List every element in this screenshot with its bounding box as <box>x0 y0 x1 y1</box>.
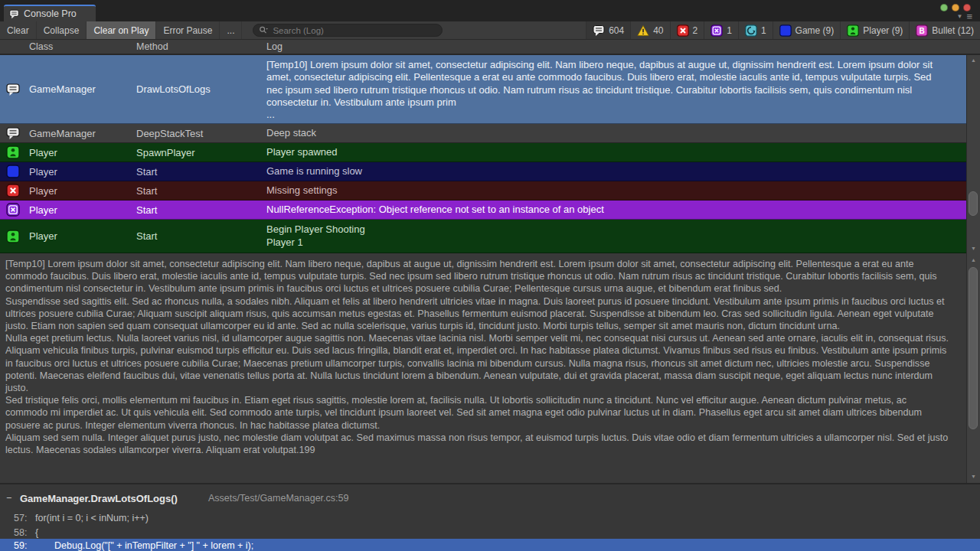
svg-text:B: B <box>920 26 925 34</box>
row-class: Player <box>29 162 136 181</box>
log-row[interactable]: Player Start Game is running slow <box>0 162 980 181</box>
row-method: SpawnPlayer <box>136 143 266 161</box>
row-class: Player <box>29 201 136 219</box>
filter-game-label: Game (9) <box>795 25 835 36</box>
log-bubble-icon <box>6 126 20 140</box>
exception-count: 1 <box>727 25 732 36</box>
row-log-ellipsis: ... <box>266 109 934 121</box>
row-class: Player <box>29 220 136 253</box>
code-line[interactable]: 58: { <box>0 526 980 540</box>
row-method: Start <box>136 220 266 253</box>
row-method: Start <box>136 162 266 181</box>
log-list-scrollbar[interactable]: ▲ ▼ <box>966 55 980 253</box>
row-class: Player <box>29 143 136 161</box>
search-input[interactable] <box>271 25 436 36</box>
filter-bullet-toggle[interactable]: B Bullet (12) <box>909 21 980 39</box>
scrollbar-thumb[interactable] <box>969 267 978 429</box>
more-options-button[interactable]: ... <box>220 21 242 39</box>
toolbar: Clear Collapse Clear on Play Error Pause… <box>0 21 980 40</box>
log-counters: 604 40 2 1 <box>586 21 980 39</box>
clear-button[interactable]: Clear <box>0 21 37 39</box>
column-log[interactable]: Log <box>266 41 283 52</box>
filter-player-label: Player (9) <box>863 25 903 36</box>
scroll-down-icon[interactable]: ▼ <box>967 471 980 481</box>
log-bubble-icon <box>6 83 20 96</box>
tab-console-pro[interactable]: Console Pro <box>4 5 96 21</box>
tab-dropdown-icon[interactable]: ▼ <box>956 13 962 21</box>
filter-bullet-label: Bullet (12) <box>932 25 974 36</box>
log-row[interactable]: Player Start Begin Player Shooting Playe… <box>0 220 980 253</box>
row-method: DrawLotsOfLogs <box>136 55 266 123</box>
collapse-button[interactable]: Collapse <box>37 21 87 39</box>
bullet-filter-icon: B <box>916 24 928 37</box>
error-icon <box>6 184 20 197</box>
line-code: { <box>35 526 38 540</box>
row-log-text: Begin Player Shooting Player 1 <box>266 220 980 253</box>
column-class[interactable]: Class <box>29 41 53 52</box>
clear-on-play-button[interactable]: Clear on Play <box>87 21 156 39</box>
orange-status-dot <box>952 4 959 11</box>
row-log-text: Player spawned <box>266 143 980 161</box>
log-row-exception[interactable]: Player Start NullReferenceException: Obj… <box>0 201 980 220</box>
search-box[interactable] <box>253 24 443 37</box>
log-row[interactable]: Player Start Missing settings <box>0 181 980 201</box>
log-count-toggle[interactable]: 604 <box>586 21 630 39</box>
reload-icon <box>745 24 757 37</box>
log-row[interactable]: Player SpawnPlayer Player spawned <box>0 143 980 162</box>
warning-count-toggle[interactable]: 40 <box>630 21 669 39</box>
row-class: Player <box>29 181 136 200</box>
stack-trace-panel: − GameManager.DrawLotsOfLogs() Assets/Te… <box>0 483 980 551</box>
tab-title: Console Pro <box>24 8 77 19</box>
line-number: 58: <box>14 526 27 540</box>
game-filter-icon <box>779 24 792 37</box>
error-count-toggle[interactable]: 2 <box>670 21 704 39</box>
player-filter-icon <box>847 24 859 37</box>
compile-count: 1 <box>761 25 766 36</box>
error-pause-button[interactable]: Error Pause <box>156 21 220 39</box>
compile-count-toggle[interactable]: 1 <box>738 21 773 39</box>
detail-paragraph: Sed tristique felis orci, mollis element… <box>5 394 949 432</box>
scroll-up-icon[interactable]: ▲ <box>967 255 980 265</box>
code-line-highlighted[interactable]: 59: Debug.Log("[" + inTempFilter + "] " … <box>0 539 980 551</box>
error-icon <box>677 24 689 37</box>
row-log-text: Deep stack <box>266 124 980 142</box>
row-log-text: Game is running slow <box>266 162 980 181</box>
row-method: Start <box>136 201 266 219</box>
row-class: GameManager <box>29 55 136 123</box>
filter-player-toggle[interactable]: Player (9) <box>840 21 909 39</box>
detail-paragraph: Nulla eget pretium lectus. Nulla laoreet… <box>5 332 949 394</box>
collapse-frame-toggle[interactable]: − <box>6 493 11 504</box>
log-list: GameManager DrawLotsOfLogs [Temp10] Lore… <box>0 55 980 253</box>
detail-paragraph: [Temp10] Lorem ipsum dolor sit amet, con… <box>5 258 949 295</box>
green-status-dot <box>940 4 948 11</box>
scroll-up-icon[interactable]: ▲ <box>967 55 980 65</box>
log-row[interactable]: GameManager DeepStackTest Deep stack <box>0 124 980 143</box>
tab-menu-icon[interactable]: ≡ <box>966 12 972 21</box>
detail-paragraph: Aliquam sed sem nulla. Integer aliquet p… <box>5 432 949 456</box>
scrollbar-thumb[interactable] <box>969 191 978 216</box>
player-icon <box>6 145 20 159</box>
stack-frame-file[interactable]: Assets/Test/GameManager.cs:59 <box>208 493 348 504</box>
row-log-text: NullReferenceException: Object reference… <box>266 201 980 219</box>
log-detail-panel: [Temp10] Lorem ipsum dolor sit amet, con… <box>0 253 980 483</box>
row-method: Start <box>136 181 266 200</box>
exception-icon <box>6 203 20 217</box>
exception-count-toggle[interactable]: 1 <box>704 21 738 39</box>
warning-count: 40 <box>653 25 663 36</box>
player-icon <box>6 230 20 243</box>
line-code: Debug.Log("[" + inTempFilter + "] " + lo… <box>54 539 253 551</box>
line-number: 57: <box>14 511 27 525</box>
filter-game-toggle[interactable]: Game (9) <box>773 21 841 39</box>
column-method[interactable]: Method <box>136 41 168 52</box>
exception-icon <box>710 24 723 37</box>
code-line[interactable]: 57: for(int i = 0; i < inNum; i++) <box>0 511 980 525</box>
scroll-down-icon[interactable]: ▼ <box>967 243 980 253</box>
detail-scrollbar[interactable]: ▲ ▼ <box>966 253 980 483</box>
titlebar: Console Pro ▼ ≡ <box>0 0 980 21</box>
stack-frame-name[interactable]: GameManager.DrawLotsOfLogs() <box>20 493 178 504</box>
line-number: 59: <box>14 539 27 551</box>
detail-paragraph: Suspendisse sed sagittis elit. Sed ac rh… <box>5 295 949 333</box>
row-class: GameManager <box>29 124 136 142</box>
log-count: 604 <box>609 25 624 36</box>
log-row-selected[interactable]: GameManager DrawLotsOfLogs [Temp10] Lore… <box>0 55 980 124</box>
